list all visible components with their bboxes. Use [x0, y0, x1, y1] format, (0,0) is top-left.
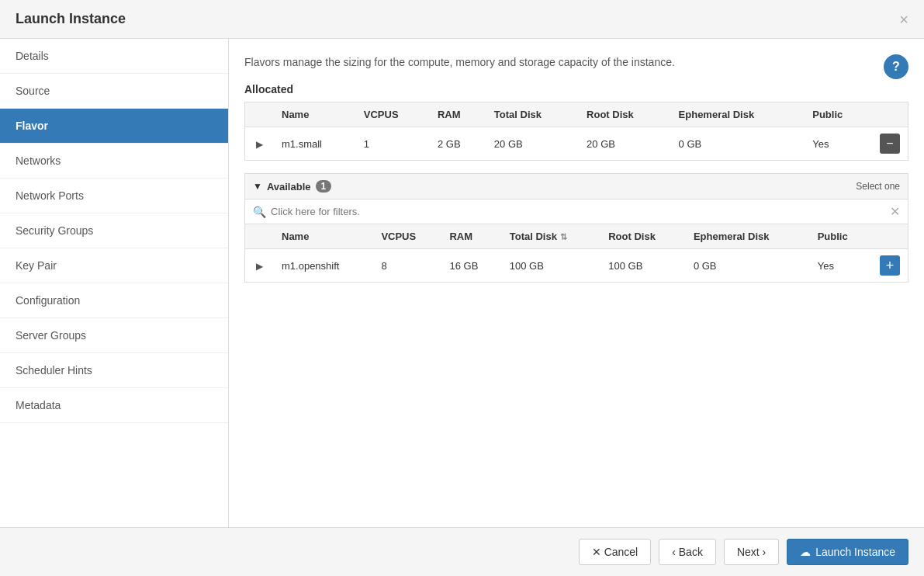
row-ram: 2 GB [430, 127, 486, 161]
sidebar-item-network-ports[interactable]: Network Ports [0, 179, 228, 213]
col-expand-available [245, 224, 274, 249]
cancel-button[interactable]: ✕ Cancel [579, 539, 651, 565]
row-vcpus: 8 [373, 249, 441, 283]
sidebar: Details Source Flavor Networks Network P… [0, 39, 229, 527]
allocated-table-header: Name VCPUS RAM Total Disk Root Disk Ephe… [245, 102, 908, 127]
row-name: m1.small [274, 127, 356, 161]
cancel-icon: ✕ [592, 546, 601, 558]
cloud-icon: ☁ [800, 546, 811, 558]
col-public-allocated: Public [805, 102, 872, 127]
sidebar-item-scheduler-hints[interactable]: Scheduler Hints [0, 353, 228, 388]
available-count-badge: 1 [316, 180, 332, 193]
row-public: Yes [805, 127, 872, 161]
launch-label: Launch Instance [815, 546, 895, 558]
clear-filter-button[interactable]: ✕ [890, 204, 900, 219]
row-ram: 16 GB [441, 249, 501, 283]
sidebar-item-source[interactable]: Source [0, 74, 228, 109]
sidebar-item-security-groups[interactable]: Security Groups [0, 213, 228, 248]
row-vcpus: 1 [356, 127, 430, 161]
row-ephemeral-disk: 0 GB [686, 249, 810, 283]
col-action-available [872, 224, 908, 249]
modal-footer: ✕ Cancel ‹ Back Next › ☁ Launch Instance [0, 527, 924, 576]
col-action-allocated [872, 102, 908, 127]
allocated-table-container: Name VCPUS RAM Total Disk Root Disk Ephe… [244, 102, 908, 161]
next-button[interactable]: Next › [724, 539, 779, 565]
col-ephemeral-disk-allocated: Ephemeral Disk [671, 102, 805, 127]
col-total-disk-available: Total Disk ⇅ [502, 224, 600, 249]
row-action: − [872, 127, 908, 161]
add-button[interactable]: + [880, 255, 900, 276]
available-text: Available [267, 181, 311, 193]
row-root-disk: 20 GB [579, 127, 671, 161]
modal-title: Launch Instance [16, 11, 126, 27]
col-name-available: Name [274, 224, 373, 249]
sidebar-item-server-groups[interactable]: Server Groups [0, 318, 228, 353]
available-table: Name VCPUS RAM Total Disk ⇅ Root Disk Ep… [245, 224, 908, 282]
col-ephemeral-disk-available: Ephemeral Disk [686, 224, 810, 249]
expand-button[interactable]: ▶ [253, 261, 266, 272]
table-row: ▶ m1.openshift 8 16 GB 100 GB 100 GB 0 G… [245, 249, 908, 283]
modal-header: Launch Instance × [0, 0, 924, 39]
row-total-disk: 100 GB [502, 249, 600, 283]
remove-button[interactable]: − [880, 134, 900, 154]
row-expand: ▶ [245, 127, 274, 161]
back-button[interactable]: ‹ Back [659, 539, 716, 565]
search-icon: 🔍 [253, 206, 266, 218]
content-area: ? Flavors manage the sizing for the comp… [229, 39, 924, 527]
launch-instance-modal: Launch Instance × Details Source Flavor … [0, 0, 924, 576]
sidebar-item-metadata[interactable]: Metadata [0, 388, 228, 423]
sidebar-item-flavor[interactable]: Flavor [0, 109, 228, 144]
col-ram-allocated: RAM [430, 102, 486, 127]
row-root-disk: 100 GB [600, 249, 686, 283]
row-ephemeral-disk: 0 GB [671, 127, 805, 161]
row-action: + [872, 249, 908, 283]
row-total-disk: 20 GB [486, 127, 579, 161]
col-expand-allocated [245, 102, 274, 127]
available-header[interactable]: ▼ Available 1 Select one [245, 174, 908, 200]
help-button[interactable]: ? [884, 54, 908, 79]
row-expand: ▶ [245, 249, 274, 283]
sidebar-item-networks[interactable]: Networks [0, 144, 228, 179]
available-label: ▼ Available 1 [253, 180, 331, 193]
flavor-description: Flavors manage the sizing for the comput… [244, 54, 865, 71]
sidebar-item-key-pair[interactable]: Key Pair [0, 248, 228, 283]
col-total-disk-allocated: Total Disk [486, 102, 579, 127]
col-ram-available: RAM [441, 224, 501, 249]
col-name-allocated: Name [274, 102, 356, 127]
filter-input[interactable] [271, 206, 885, 217]
expand-button[interactable]: ▶ [253, 139, 266, 150]
available-table-header: Name VCPUS RAM Total Disk ⇅ Root Disk Ep… [245, 224, 908, 249]
row-name: m1.openshift [274, 249, 373, 283]
col-root-disk-allocated: Root Disk [579, 102, 671, 127]
col-root-disk-available: Root Disk [600, 224, 686, 249]
allocated-table: Name VCPUS RAM Total Disk Root Disk Ephe… [245, 102, 908, 160]
sidebar-item-configuration[interactable]: Configuration [0, 283, 228, 318]
col-vcpus-allocated: VCPUS [356, 102, 430, 127]
close-button[interactable]: × [899, 12, 908, 27]
col-public-available: Public [810, 224, 872, 249]
sidebar-item-details[interactable]: Details [0, 39, 228, 74]
allocated-label: Allocated [244, 83, 908, 95]
table-row: ▶ m1.small 1 2 GB 20 GB 20 GB 0 GB Yes [245, 127, 908, 161]
chevron-down-icon: ▼ [253, 181, 262, 192]
modal-body: Details Source Flavor Networks Network P… [0, 39, 924, 527]
select-one-label: Select one [856, 181, 900, 192]
row-public: Yes [810, 249, 872, 283]
launch-button[interactable]: ☁ Launch Instance [787, 539, 908, 565]
available-table-container: ▼ Available 1 Select one 🔍 ✕ Name [244, 173, 908, 283]
col-vcpus-available: VCPUS [373, 224, 441, 249]
filter-bar: 🔍 ✕ [245, 200, 908, 224]
